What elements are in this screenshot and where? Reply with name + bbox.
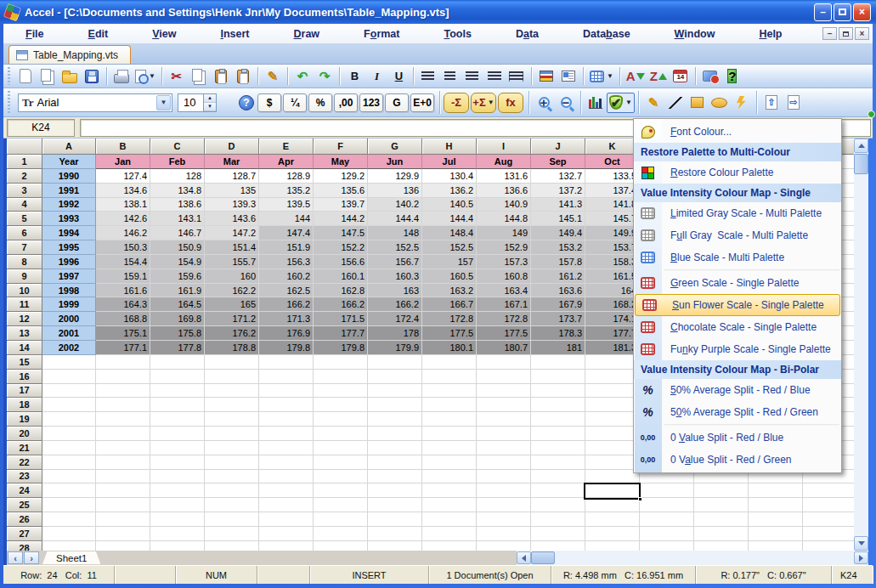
- column-header[interactable]: K: [585, 139, 640, 155]
- grid-cell[interactable]: [422, 398, 477, 412]
- grid-cell[interactable]: [150, 412, 205, 427]
- redo-button[interactable]: ↷: [314, 66, 336, 87]
- font-size-stepper[interactable]: 10 ▲ ▼: [178, 93, 217, 112]
- column-header[interactable]: H: [422, 139, 477, 155]
- grid-cell[interactable]: 153.7: [585, 240, 640, 255]
- grid-cell[interactable]: [150, 483, 205, 498]
- grid-cell[interactable]: 129.2: [314, 169, 368, 184]
- grid-cell[interactable]: [259, 412, 314, 427]
- menu-item-sun-flower-scale-single-palette[interactable]: Sun Flower Scale - Single Palette: [635, 294, 840, 316]
- grid-cell[interactable]: [585, 470, 640, 484]
- grid-cell[interactable]: [477, 441, 531, 455]
- grid-cell[interactable]: [150, 355, 205, 370]
- grid-cell[interactable]: 152.9: [477, 240, 531, 255]
- fraction-button[interactable]: ¼: [283, 93, 307, 112]
- align-right-button[interactable]: [461, 66, 483, 87]
- column-header[interactable]: J: [531, 139, 585, 155]
- grid-cell[interactable]: [314, 412, 368, 427]
- grid-cell[interactable]: [314, 398, 368, 412]
- grid-cell[interactable]: [205, 398, 259, 412]
- grid-cell[interactable]: 163: [368, 284, 422, 298]
- sheet-next-button[interactable]: ›: [24, 551, 39, 564]
- grid-cell[interactable]: [749, 527, 803, 541]
- grid-cell[interactable]: [150, 470, 205, 484]
- chevron-down-icon[interactable]: ▼: [149, 72, 155, 80]
- grid-cell[interactable]: [531, 441, 585, 455]
- grid-cell[interactable]: 151.9: [259, 240, 314, 255]
- grid-cell[interactable]: [531, 512, 585, 527]
- sort-ascending-button[interactable]: A: [624, 66, 647, 87]
- grid-cell[interactable]: [368, 384, 422, 399]
- maximize-button[interactable]: [834, 3, 851, 21]
- chevron-down-icon[interactable]: ▼: [625, 99, 632, 106]
- sheet-previous-button[interactable]: ‹: [8, 551, 23, 564]
- grid-cell[interactable]: [259, 512, 314, 527]
- grid-cell[interactable]: 168.2: [585, 297, 640, 312]
- grid-cell[interactable]: [314, 483, 368, 498]
- grid-cell[interactable]: 142.6: [96, 212, 150, 226]
- grid-cell[interactable]: 163.4: [477, 284, 531, 298]
- row-header[interactable]: 9: [7, 269, 42, 284]
- colour-map-button[interactable]: ✔▼: [607, 93, 635, 113]
- grid-cell[interactable]: 179.9: [368, 341, 422, 355]
- grid-cell[interactable]: [531, 470, 585, 484]
- grid-cell[interactable]: 179.8: [259, 341, 314, 355]
- grid-cell[interactable]: [96, 483, 150, 498]
- draw-ellipse-button[interactable]: [709, 93, 731, 113]
- grid-cell[interactable]: 152.5: [422, 240, 477, 255]
- grid-cell[interactable]: [531, 527, 585, 541]
- grid-cell[interactable]: [477, 412, 531, 427]
- function-button[interactable]: fx: [498, 93, 523, 113]
- currency-button[interactable]: $: [257, 93, 281, 112]
- size-down-button[interactable]: ▼: [204, 103, 216, 111]
- minimize-button[interactable]: –: [814, 3, 832, 21]
- grid-cell[interactable]: [259, 384, 314, 399]
- grid-cell[interactable]: [531, 384, 585, 399]
- general-format-button[interactable]: G: [385, 93, 409, 112]
- grid-cell[interactable]: [42, 441, 96, 455]
- month-header-cell[interactable]: Jul: [422, 155, 477, 169]
- decimals-button[interactable]: ,00: [334, 93, 358, 112]
- grid-cell[interactable]: [422, 370, 477, 384]
- grid-cell[interactable]: [150, 541, 205, 551]
- grid-cell[interactable]: 147.4: [259, 226, 314, 240]
- grid-cell[interactable]: 147.2: [205, 226, 259, 240]
- grid-cell[interactable]: 175.8: [150, 326, 205, 341]
- grid-cell[interactable]: [96, 470, 150, 484]
- sum-plus-button[interactable]: +Σ▼: [471, 93, 496, 113]
- row-header[interactable]: 4: [7, 198, 42, 212]
- grid-cell[interactable]: [477, 512, 531, 527]
- grid-cell[interactable]: [259, 498, 314, 512]
- scroll-right-button[interactable]: [854, 551, 868, 564]
- year-cell[interactable]: 1996: [42, 255, 96, 269]
- grid-cell[interactable]: [42, 527, 96, 541]
- grid-cell[interactable]: [585, 527, 640, 541]
- grid-cell[interactable]: 152.2: [314, 240, 368, 255]
- grid-cell[interactable]: 167.1: [477, 297, 531, 312]
- grid-cell[interactable]: 164: [585, 284, 640, 298]
- select-all-corner[interactable]: [7, 139, 42, 155]
- grid-cell[interactable]: [96, 384, 150, 399]
- row-header[interactable]: 7: [7, 240, 42, 255]
- grid-cell[interactable]: [368, 441, 422, 455]
- grid-cell[interactable]: [477, 455, 531, 470]
- grid-cell[interactable]: [531, 427, 585, 441]
- align-justify-button[interactable]: [483, 66, 506, 87]
- row-header[interactable]: 12: [7, 312, 42, 326]
- grid-cell[interactable]: 147.5: [314, 226, 368, 240]
- grid-cell[interactable]: [749, 498, 803, 512]
- grid-cell[interactable]: [42, 370, 96, 384]
- grid-cell[interactable]: [42, 412, 96, 427]
- grid-cell[interactable]: [803, 512, 854, 527]
- grid-cell[interactable]: [694, 512, 749, 527]
- zoom-in-button[interactable]: +: [533, 93, 555, 113]
- grid-cell[interactable]: [422, 412, 477, 427]
- grid-cell[interactable]: [150, 384, 205, 399]
- menu-item-full-gray-scale-multi-palette[interactable]: Full Gray Scale - Multi Palette: [634, 224, 841, 246]
- sum-minus-button[interactable]: -Σ: [444, 93, 469, 113]
- grid-cell[interactable]: [477, 384, 531, 399]
- grid-cell[interactable]: [531, 355, 585, 370]
- grid-cell[interactable]: [259, 355, 314, 370]
- row-header[interactable]: 1: [7, 155, 42, 169]
- cell-name-box[interactable]: K24: [7, 119, 75, 137]
